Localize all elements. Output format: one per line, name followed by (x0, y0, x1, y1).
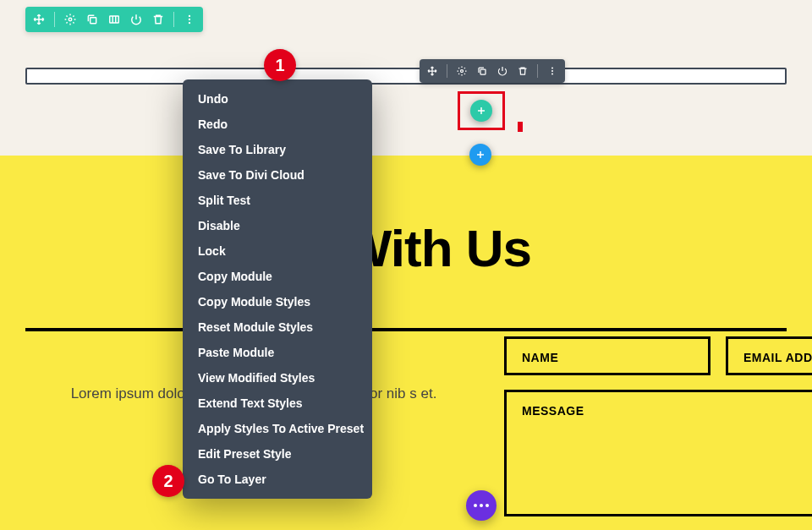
row-toolbar (420, 59, 565, 83)
svg-point-8 (551, 68, 553, 69)
separator (173, 12, 174, 27)
email-field-label: EMAIL ADD (743, 351, 812, 364)
svg-point-5 (189, 22, 190, 24)
move-icon[interactable] (426, 65, 438, 77)
svg-rect-7 (480, 69, 486, 74)
more-vertical-icon[interactable] (183, 13, 196, 26)
menu-item-undo[interactable]: Undo (183, 86, 372, 112)
power-icon[interactable] (497, 65, 508, 77)
svg-rect-1 (91, 18, 96, 24)
menu-item-split-test[interactable]: Split Test (183, 188, 372, 213)
svg-rect-2 (110, 16, 119, 23)
message-field[interactable]: MESSAGE (504, 390, 812, 516)
menu-item-go-to-layer[interactable]: Go To Layer (183, 467, 372, 492)
email-field[interactable]: EMAIL ADD (726, 336, 812, 375)
separator (447, 64, 447, 78)
section-toolbar (25, 7, 203, 32)
separator (54, 12, 55, 27)
module-bar[interactable] (25, 68, 787, 85)
page-headline: rk With Us (0, 218, 812, 278)
page-settings-fab[interactable] (466, 490, 497, 521)
context-menu: Undo Redo Save To Library Save To Divi C… (183, 79, 372, 499)
add-row-button[interactable] (470, 100, 492, 122)
columns-icon[interactable] (107, 13, 121, 26)
gear-icon[interactable] (63, 13, 77, 26)
menu-item-disable[interactable]: Disable (183, 213, 372, 238)
menu-item-reset-module-styles[interactable]: Reset Module Styles (183, 314, 372, 340)
name-field-label: NAME (522, 351, 558, 364)
message-field-label: MESSAGE (522, 404, 584, 418)
menu-item-lock[interactable]: Lock (183, 238, 372, 264)
svg-point-9 (551, 70, 553, 72)
trash-icon[interactable] (517, 65, 529, 77)
move-icon[interactable] (32, 13, 46, 26)
menu-item-copy-module[interactable]: Copy Module (183, 264, 372, 289)
gear-icon[interactable] (456, 65, 468, 77)
menu-item-apply-styles-preset[interactable]: Apply Styles To Active Preset (183, 416, 372, 441)
menu-item-save-library[interactable]: Save To Library (183, 137, 372, 162)
svg-point-10 (551, 74, 553, 75)
annotation-badge-1: 1 (264, 49, 296, 81)
menu-item-extend-text-styles[interactable]: Extend Text Styles (183, 391, 372, 416)
menu-item-edit-preset-style[interactable]: Edit Preset Style (183, 441, 372, 467)
more-horizontal-icon (474, 504, 489, 507)
menu-item-copy-module-styles[interactable]: Copy Module Styles (183, 289, 372, 314)
add-section-button[interactable] (469, 144, 491, 166)
highlight-tick (518, 122, 523, 132)
svg-point-6 (461, 70, 464, 73)
divider (25, 328, 787, 331)
duplicate-icon[interactable] (85, 13, 99, 26)
menu-item-paste-module[interactable]: Paste Module (183, 340, 372, 365)
name-field[interactable]: NAME (504, 336, 710, 375)
trash-icon[interactable] (151, 13, 165, 26)
duplicate-icon[interactable] (476, 65, 488, 77)
menu-item-redo[interactable]: Redo (183, 112, 372, 137)
svg-point-3 (189, 15, 190, 17)
menu-item-save-divi-cloud[interactable]: Save To Divi Cloud (183, 162, 372, 188)
power-icon[interactable] (129, 13, 143, 26)
separator (537, 64, 538, 78)
menu-item-view-modified-styles[interactable]: View Modified Styles (183, 365, 372, 391)
annotation-badge-2: 2 (152, 465, 184, 497)
svg-point-4 (189, 19, 190, 20)
more-vertical-icon[interactable] (546, 65, 558, 77)
svg-point-0 (69, 18, 72, 21)
